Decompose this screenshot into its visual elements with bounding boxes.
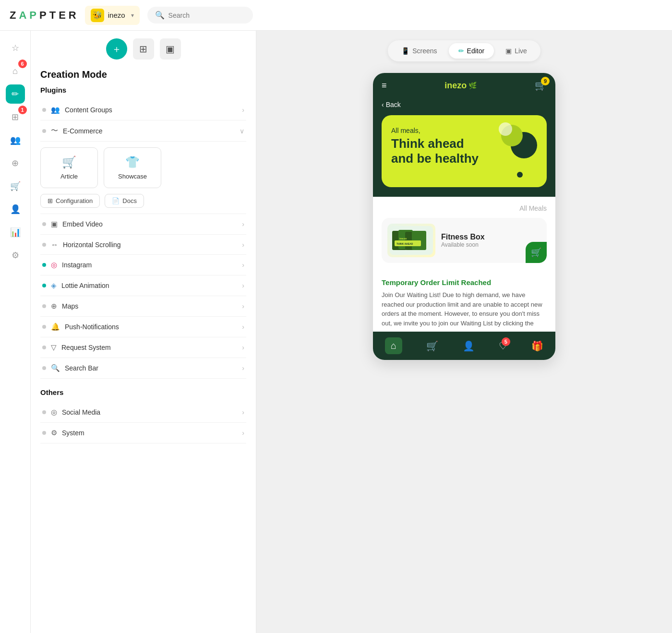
plugin-item-request-system[interactable]: ▽ Request System ›: [40, 337, 246, 358]
people-icon: 👥: [10, 135, 21, 145]
maps-icon: ⊕: [51, 302, 57, 311]
waiting-section: Temporary Order Limit Reached Join Our W…: [373, 271, 555, 332]
plugin-item-maps[interactable]: ⊕ Maps ›: [40, 296, 246, 317]
logo-t: T: [49, 9, 57, 22]
plugin-item-social-media[interactable]: ◎ Social Media ›: [40, 402, 246, 423]
back-button[interactable]: ‹ Back: [382, 101, 547, 108]
plugins-title: Plugins: [40, 86, 246, 94]
plugin-dot-system: [42, 431, 46, 435]
chevron-right-icon-lottie: ›: [242, 282, 244, 289]
grid-badge: 1: [18, 106, 27, 114]
logo-p1: P: [29, 9, 37, 22]
meals-header: All Meals: [382, 204, 547, 212]
preview-toolbar: 📱 Screens ✏ Editor ▣ Live: [388, 40, 540, 61]
preview-icon: ▣: [166, 43, 175, 55]
bottom-nav-profile[interactable]: 👤: [463, 340, 475, 352]
chevron-right-icon-system: ›: [242, 429, 244, 437]
meal-cart-button[interactable]: 🛒: [526, 242, 547, 263]
plugin-item-lottie[interactable]: ◈ Lottie Animation ›: [40, 275, 246, 296]
grid-view-icon: ⊞: [139, 43, 147, 55]
bottom-nav-gift[interactable]: 🎁: [531, 340, 543, 352]
plugin-item-search-bar[interactable]: 🔍 Search Bar ›: [40, 358, 246, 379]
bottom-heart-badge: 5: [502, 337, 510, 346]
main-layout: ☆ ⌂ 6 ✏ ⊞ 1 👥 ⊕ 🛒 👤 📊 ⚙: [0, 31, 672, 633]
docs-label: Docs: [122, 197, 137, 204]
sidebar-item-grid[interactable]: ⊞ 1: [6, 107, 25, 127]
plugin-dot-search: [42, 366, 46, 370]
waiting-text: Join Our Waiting List! Due to high deman…: [382, 290, 547, 328]
sidebar-item-home[interactable]: ⌂ 6: [6, 61, 25, 81]
social-media-icon: ◎: [51, 408, 57, 417]
app-selector[interactable]: 🐝 inezo ▾: [85, 6, 140, 25]
search-bar-top[interactable]: 🔍: [147, 7, 253, 24]
cart-nav-icon: 🛒: [10, 181, 21, 191]
lottie-icon: ◈: [51, 281, 57, 290]
editor-tab-icon: ✏: [458, 47, 464, 55]
others-title: Others: [40, 388, 246, 396]
plugin-label-social-media: Social Media: [62, 408, 100, 416]
plugin-label-request-system: Request System: [61, 344, 111, 351]
embed-video-icon: ▣: [51, 220, 58, 228]
plugin-dot-maps: [42, 304, 46, 308]
logo-z: Z: [10, 9, 17, 22]
bottom-nav-home[interactable]: ⌂: [385, 337, 402, 354]
chevron-right-icon-instagram: ›: [242, 261, 244, 269]
plugin-item-instagram[interactable]: ◎ Instagram ›: [40, 255, 246, 275]
meal-name: Fitness Box: [441, 233, 541, 241]
panel-toolbar: ＋ ⊞ ▣: [40, 38, 246, 60]
grid-view-button[interactable]: ⊞: [133, 38, 154, 60]
puzzle-icon: ⊕: [12, 158, 19, 168]
chevron-right-icon-maps: ›: [242, 302, 244, 310]
ecommerce-card-showcase[interactable]: 👕 Showcase: [104, 147, 161, 188]
sidebar-item-star[interactable]: ☆: [6, 38, 25, 58]
logo-e: E: [59, 9, 67, 22]
plugin-item-horizontal-scrolling[interactable]: ↔ Horizontal Scrolling ›: [40, 235, 246, 255]
preview-button[interactable]: ▣: [160, 38, 181, 60]
live-label: Live: [515, 47, 527, 55]
sidebar-item-editor[interactable]: ✏: [6, 84, 25, 104]
meal-card[interactable]: inezo THINK AHEAD Fitness Box Available …: [382, 218, 547, 263]
plugin-dot-push: [42, 325, 46, 329]
add-button[interactable]: ＋: [106, 38, 127, 60]
ecommerce-actions: ⊞ Configuration 📄 Docs: [40, 194, 246, 208]
docs-button[interactable]: 📄 Docs: [105, 194, 144, 208]
logo-p2: P: [39, 9, 48, 22]
ecommerce-card-article[interactable]: 🛒 Article: [40, 147, 98, 188]
chevron-right-icon-embed: ›: [242, 220, 244, 228]
ecommerce-cards: 🛒 Article 👕 Showcase: [40, 147, 246, 188]
cart-badge: 9: [541, 77, 550, 85]
plugin-item-ecommerce[interactable]: 〜 E-Commerce ∨: [40, 120, 246, 142]
sidebar-item-cart[interactable]: 🛒: [6, 177, 25, 196]
plugin-item-push-notifications[interactable]: 🔔 Push-Notifications ›: [40, 317, 246, 337]
sidebar-item-people[interactable]: 👥: [6, 131, 25, 150]
hamburger-icon[interactable]: ≡: [382, 81, 387, 91]
plugin-item-content-groups[interactable]: 👥 Content Groups ›: [40, 100, 246, 120]
tab-live[interactable]: ▣ Live: [496, 43, 537, 59]
bottom-gift-icon: 🎁: [531, 340, 543, 352]
cart-icon-wrap[interactable]: 🛒 9: [535, 80, 547, 91]
plugin-dot-request: [42, 346, 46, 349]
showcase-label: Showcase: [118, 173, 147, 180]
sidebar-item-settings[interactable]: ⚙: [6, 246, 25, 265]
ecommerce-sub: 🛒 Article 👕 Showcase ⊞ Configuration 📄: [40, 142, 246, 214]
logo: ZAPPTER: [10, 9, 77, 22]
sidebar-item-team[interactable]: 👤: [6, 200, 25, 219]
plugin-item-system[interactable]: ⚙ System ›: [40, 423, 246, 443]
bottom-nav-cart[interactable]: 🛒: [426, 340, 438, 352]
tab-screens[interactable]: 📱 Screens: [392, 43, 446, 59]
bottom-profile-icon: 👤: [463, 340, 475, 352]
search-input[interactable]: [168, 12, 245, 19]
plugin-label-push-notifications: Push-Notifications: [65, 323, 119, 331]
sidebar-item-chart[interactable]: 📊: [6, 223, 25, 242]
sidebar-item-puzzle[interactable]: ⊕: [6, 154, 25, 173]
live-icon: ▣: [505, 47, 512, 55]
plugin-label-lottie: Lottie Animation: [61, 282, 109, 289]
bottom-nav-heart[interactable]: ♡ 5: [499, 340, 507, 352]
configuration-icon: ⊞: [48, 197, 53, 204]
configuration-button[interactable]: ⊞ Configuration: [40, 194, 100, 208]
plugin-item-embed-video[interactable]: ▣ Embed Video ›: [40, 214, 246, 235]
bottom-nav: ⌂ 🛒 👤 ♡ 5 🎁: [373, 332, 555, 360]
tab-editor[interactable]: ✏ Editor: [449, 43, 494, 59]
icon-nav: ☆ ⌂ 6 ✏ ⊞ 1 👥 ⊕ 🛒 👤 📊 ⚙: [0, 31, 31, 633]
app-logo: inezo 🌿: [444, 81, 477, 91]
